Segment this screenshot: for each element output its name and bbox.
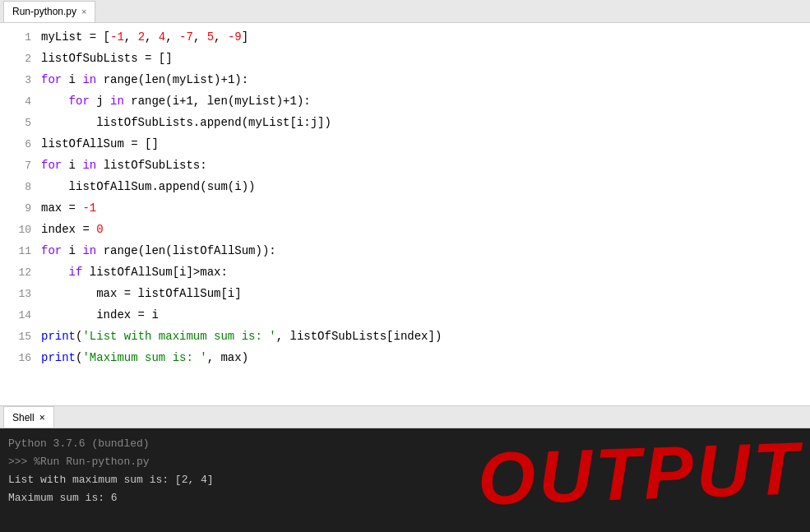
shell-tab-close[interactable]: × — [39, 412, 45, 423]
line-code: print('List with maximum sum is: ', list… — [41, 326, 810, 347]
code-line-1: 1myList = [-1, 2, 4, -7, 5, -9] — [0, 26, 810, 48]
line-code: for i in listOfSubLists: — [41, 155, 810, 176]
line-number: 9 — [0, 198, 41, 220]
line-code: index = 0 — [41, 219, 810, 240]
line-number: 15 — [0, 326, 41, 348]
line-number: 12 — [0, 262, 41, 284]
line-code: for j in range(i+1, len(myList)+1): — [41, 90, 810, 112]
shell-area: Python 3.7.6 (bundled) >>> %Run Run-pyth… — [0, 428, 810, 532]
editor-area: 1myList = [-1, 2, 4, -7, 5, -9]2listOfSu… — [0, 23, 810, 405]
code-line-10: 10index = 0 — [0, 219, 810, 240]
code-line-7: 7for i in listOfSubLists: — [0, 155, 810, 176]
shell-python-version: Python 3.7.6 (bundled) — [8, 435, 802, 453]
line-code: print('Maximum sum is: ', max) — [41, 347, 810, 368]
line-code: listOfAllSum = [] — [41, 133, 810, 155]
line-code: index = i — [41, 304, 810, 326]
shell-tab-label: Shell — [12, 412, 35, 423]
line-number: 6 — [0, 134, 41, 155]
code-line-12: 12 if listOfAllSum[i]>max: — [0, 261, 810, 283]
shell-prompt: >>> %Run Run-python.py — [8, 453, 802, 471]
code-line-14: 14 index = i — [0, 304, 810, 326]
line-number: 4 — [0, 91, 41, 113]
line-code: max = listOfAllSum[i] — [41, 283, 810, 304]
line-number: 10 — [0, 220, 41, 241]
code-line-3: 3for i in range(len(myList)+1): — [0, 69, 810, 90]
line-code: listOfSubLists = [] — [41, 48, 810, 69]
editor-tab[interactable]: Run-python.py × — [3, 1, 95, 22]
line-number: 13 — [0, 284, 41, 305]
code-line-13: 13 max = listOfAllSum[i] — [0, 283, 810, 304]
line-number: 7 — [0, 155, 41, 177]
line-number: 16 — [0, 348, 41, 369]
line-code: listOfSubLists.append(myList[i:j]) — [41, 112, 810, 133]
line-code: myList = [-1, 2, 4, -7, 5, -9] — [41, 26, 810, 48]
editor-tab-close[interactable]: × — [81, 7, 86, 16]
line-code: for i in range(len(listOfAllSum)): — [41, 240, 810, 261]
line-number: 5 — [0, 113, 41, 134]
code-line-5: 5 listOfSubLists.append(myList[i:j]) — [0, 112, 810, 133]
line-number: 2 — [0, 49, 41, 70]
line-code: listOfAllSum.append(sum(i)) — [41, 176, 810, 197]
line-code: if listOfAllSum[i]>max: — [41, 261, 810, 283]
code-line-6: 6listOfAllSum = [] — [0, 133, 810, 155]
shell-output-line2: Maximum sum is: 6 — [8, 489, 802, 507]
line-number: 11 — [0, 241, 41, 262]
line-number: 8 — [0, 177, 41, 198]
shell-tab[interactable]: Shell × — [3, 406, 54, 428]
code-line-8: 8 listOfAllSum.append(sum(i)) — [0, 176, 810, 197]
line-code: max = -1 — [41, 197, 810, 219]
code-line-15: 15print('List with maximum sum is: ', li… — [0, 326, 810, 347]
shell-tab-bar: Shell × — [0, 405, 810, 428]
code-line-11: 11for i in range(len(listOfAllSum)): — [0, 240, 810, 261]
line-number: 3 — [0, 70, 41, 91]
shell-run-command: >>> %Run Run-python.py — [8, 456, 150, 468]
code-line-16: 16print('Maximum sum is: ', max) — [0, 347, 810, 368]
editor-tab-bar: Run-python.py × — [0, 0, 810, 23]
code-line-9: 9max = -1 — [0, 197, 810, 219]
line-number: 1 — [0, 27, 41, 49]
editor-tab-label: Run-python.py — [12, 6, 76, 17]
code-line-2: 2listOfSubLists = [] — [0, 48, 810, 69]
code-line-4: 4 for j in range(i+1, len(myList)+1): — [0, 90, 810, 112]
line-number: 14 — [0, 305, 41, 326]
line-code: for i in range(len(myList)+1): — [41, 69, 810, 90]
shell-output-line1: List with maximum sum is: [2, 4] — [8, 471, 802, 489]
